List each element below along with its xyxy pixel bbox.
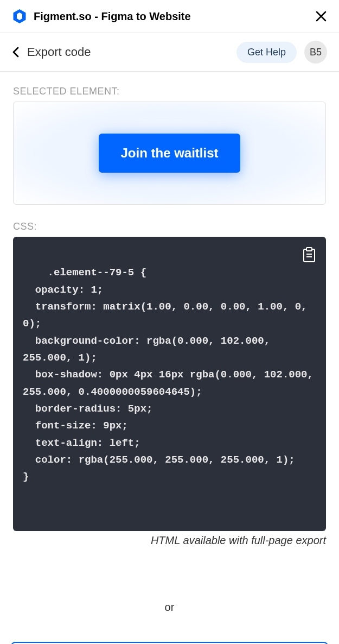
- selected-element-label: SELECTED ELEMENT:: [13, 86, 326, 97]
- back-icon[interactable]: [12, 46, 20, 58]
- css-code-block: .element--79-5 { opacity: 1; transform: …: [13, 237, 326, 531]
- app-icon: [12, 9, 27, 24]
- subheader-left: Export code: [12, 45, 91, 59]
- export-full-page-button[interactable]: Export full page: [11, 642, 328, 645]
- css-label: CSS:: [13, 221, 326, 232]
- close-icon[interactable]: [315, 10, 327, 22]
- page-title: Export code: [27, 45, 91, 59]
- svg-rect-5: [306, 248, 312, 251]
- header-left: Figment.so - Figma to Website: [12, 9, 191, 24]
- waitlist-button[interactable]: Join the waitlist: [99, 134, 240, 173]
- app-title: Figment.so - Figma to Website: [34, 10, 191, 23]
- plugin-subheader: Export code Get Help B5: [0, 33, 339, 72]
- code-note: HTML available with full-page export: [13, 534, 326, 547]
- avatar[interactable]: B5: [304, 41, 327, 64]
- element-preview: Join the waitlist: [13, 102, 326, 205]
- clipboard-icon[interactable]: [302, 247, 316, 263]
- css-code-text: .element--79-5 { opacity: 1; transform: …: [23, 267, 319, 483]
- subheader-right: Get Help B5: [236, 41, 327, 64]
- content: SELECTED ELEMENT: Join the waitlist CSS:…: [0, 72, 339, 642]
- get-help-button[interactable]: Get Help: [236, 42, 297, 63]
- or-divider: or: [13, 601, 326, 614]
- plugin-header: Figment.so - Figma to Website: [0, 0, 339, 33]
